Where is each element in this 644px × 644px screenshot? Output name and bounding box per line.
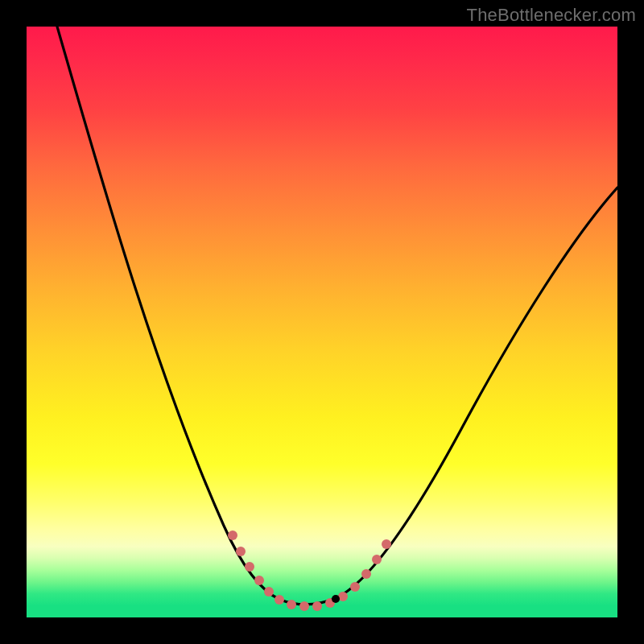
chart-plot-area xyxy=(27,27,617,617)
chart-curves-svg xyxy=(27,27,617,617)
chart-frame: TheBottlenecker.com xyxy=(0,0,644,644)
bottleneck-curve xyxy=(57,27,617,605)
min-point-marker xyxy=(332,595,340,603)
highlight-dots xyxy=(233,535,386,606)
watermark-text: TheBottlenecker.com xyxy=(467,5,636,26)
